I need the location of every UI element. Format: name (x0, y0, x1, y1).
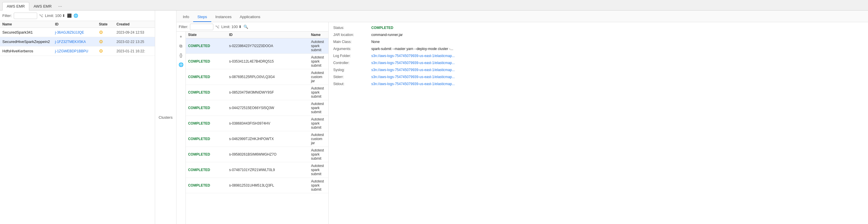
detail-controller-label: Controller: (333, 61, 371, 65)
detail-arguments-value: spark-submit --master yarn --deploy-mode… (371, 47, 863, 51)
step-name: Autotest spark submit (311, 102, 326, 114)
steps-limit-chevron: ⬍ (239, 25, 242, 29)
detail-arguments-label: Arguments: (333, 47, 371, 51)
limit-chevron: ⬍ (62, 13, 65, 18)
limit-select[interactable]: Limit: 100 ⬍ (45, 13, 65, 18)
steps-row[interactable]: COMPLETED s-07487101YZR21WWLT0L9 Autotes… (186, 162, 328, 178)
add-step-icon[interactable]: + (177, 33, 185, 40)
step-name: Autotest spark submit (311, 55, 326, 68)
tab-steps[interactable]: Steps (193, 12, 211, 22)
detail-status-row: Status: COMPLETED (333, 26, 863, 30)
cluster-created: 2023-09-24 12:53 (117, 30, 152, 34)
globe-step-icon[interactable]: 🌐 (177, 61, 185, 68)
steps-limit-select[interactable]: Limit: 100 ⬍ (221, 25, 242, 29)
detail-mainclass-value: None (371, 40, 863, 44)
col-name: Name (2, 22, 55, 26)
steps-col-id: ID (229, 33, 311, 37)
detail-arguments-row: Arguments: spark-submit --master yarn --… (333, 47, 863, 51)
steps-row[interactable]: COMPLETED s-044272515EO66YSI5Q3W Autotes… (186, 100, 328, 116)
detail-syslog-row: Syslog: s3n://aws-logs-754745079939-us-e… (333, 68, 863, 72)
step-status: COMPLETED (188, 75, 229, 79)
detail-status-label: Status: (333, 26, 371, 30)
steps-col-name: Name (311, 33, 326, 37)
step-status: COMPLETED (188, 44, 229, 48)
tab-more-icon[interactable]: ⋯ (56, 2, 64, 10)
tab-aws-emr-2[interactable]: AWS EMR (29, 2, 56, 10)
step-status: COMPLETED (188, 152, 229, 156)
cluster-row[interactable]: HdfsHiveKerberos j-1ZGWEBDP1BBPU ⚙ 2023-… (0, 46, 155, 56)
step-status: COMPLETED (188, 59, 229, 63)
detail-controller-row: Controller: s3n://aws-logs-754745079939-… (333, 61, 863, 65)
steps-table: State ID Name COMPLETED s-022386423Y7I22… (186, 32, 328, 224)
step-name: Autotest spark submit (311, 179, 326, 192)
steps-row[interactable]: COMPLETED s-03534112L4E7B4DRQ515 Autotes… (186, 54, 328, 69)
step-name: Autotest custom jar (311, 71, 326, 83)
tab-instances[interactable]: Instances (211, 12, 236, 22)
steps-filter-input[interactable] (190, 24, 213, 30)
step-status: COMPLETED (188, 137, 229, 141)
steps-table-wrap: + ⧉ {} 🌐 State ID Name COMPLETED (177, 32, 328, 224)
filter-input[interactable] (14, 12, 37, 19)
detail-controller-value[interactable]: s3n://aws-logs-754745079939-us-east-1/el… (371, 61, 489, 65)
step-id: s-08520475W3MNIDWY9SF (229, 90, 311, 94)
edit-step-icon[interactable]: {} (177, 52, 185, 59)
detail-logfolder-value[interactable]: s3n://aws-logs-754745079939-us-east-1/el… (371, 54, 489, 58)
steps-row[interactable]: COMPLETED s-08520475W3MNIDWY9SF Autotest… (186, 85, 328, 100)
detail-jar-row: JAR location: command-runner.jar (333, 33, 863, 37)
cluster-id: j-36AGJ8Z9JJJQE (55, 30, 99, 34)
details-panel: Status: COMPLETED JAR location: command-… (329, 22, 868, 224)
step-id: s-087695125RPLO0VLQ3G4 (229, 75, 311, 79)
steps-row[interactable]: COMPLETED s-0462999TJZHKJHPOWTX Autotest… (186, 131, 328, 147)
stop-icon[interactable]: ⬛ (67, 13, 72, 18)
cluster-name: SecuredHiveSparkZeppein2 (2, 39, 55, 44)
detail-mainclass-label: Main Class: (333, 40, 371, 44)
step-status: COMPLETED (188, 90, 229, 94)
limit-label: Limit: 100 (45, 13, 61, 18)
step-status: COMPLETED (188, 121, 229, 125)
filter-icon[interactable]: ⌥ (39, 13, 43, 18)
tab-aws-emr-1[interactable]: AWS EMR (2, 2, 29, 10)
steps-row[interactable]: COMPLETED s-038683443FISH3974HV Autotest… (186, 116, 328, 131)
clusters-link[interactable]: Clusters (155, 10, 177, 224)
steps-toolbar: Filter: ⌥ Limit: 100 ⬍ 🔍 (177, 22, 328, 32)
cluster-table: Name ID State Created SecuredSpark341 j-… (0, 21, 155, 224)
step-id: s-038683443FISH3974HV (229, 121, 311, 125)
left-panel: Filter: ⌥ Limit: 100 ⬍ ⬛ 🌐 Name ID State… (0, 10, 155, 224)
cluster-name: HdfsHiveKerberos (2, 49, 55, 53)
steps-row[interactable]: COMPLETED s-022386423Y7I22Z0DOOA Autotes… (186, 38, 328, 54)
main-content: Filter: ⌥ Limit: 100 ⬍ ⬛ 🌐 Name ID State… (0, 10, 868, 224)
detail-stderr-value[interactable]: s3n://aws-logs-754745079939-us-east-1/el… (371, 75, 489, 79)
cluster-name: SecuredSpark341 (2, 30, 55, 34)
cluster-row[interactable]: SecuredSpark341 j-36AGJ8Z9JJJQE ⚙ 2023-0… (0, 28, 155, 37)
step-name: Autotest spark submit (311, 117, 326, 130)
steps-row[interactable]: COMPLETED s-089812531UHM513LQ3FL Autotes… (186, 178, 328, 193)
detail-stdout-label: Stdout: (333, 82, 371, 86)
cluster-id: j-1FZ32TMEKX5KA (55, 40, 99, 44)
detail-mainclass-row: Main Class: None (333, 40, 863, 44)
tab-bar: AWS EMR AWS EMR ⋯ (0, 0, 868, 10)
cluster-state-icon: ⚙ (99, 30, 117, 35)
sidebar-icons: + ⧉ {} 🌐 (177, 32, 186, 224)
step-id: s-0462999TJZHKJHPOWTX (229, 137, 311, 141)
cluster-id: j-1ZGWEBDP1BBPU (55, 49, 99, 53)
cluster-created: 2023-02-22 13:25 (117, 40, 152, 44)
tab-applications[interactable]: Applications (236, 12, 264, 22)
cluster-row[interactable]: SecuredHiveSparkZeppein2 j-1FZ32TMEKX5KA… (0, 37, 155, 46)
detail-stderr-label: Stderr: (333, 75, 371, 79)
steps-row[interactable]: COMPLETED s-09580261BSIM6WMGHZ7O Autotes… (186, 147, 328, 162)
cluster-state-icon: ⚙ (99, 39, 117, 44)
step-name: Autotest spark submit (311, 148, 326, 161)
steps-filter-icon[interactable]: ⌥ (215, 25, 219, 29)
tab-info[interactable]: Info (179, 12, 193, 22)
right-tabs: Info Steps Instances Applications (177, 10, 868, 22)
step-name: Autotest spark submit (311, 164, 326, 176)
step-id: s-089812531UHM513LQ3FL (229, 183, 311, 187)
steps-search-icon[interactable]: 🔍 (244, 25, 248, 29)
detail-syslog-value[interactable]: s3n://aws-logs-754745079939-us-east-1/el… (371, 68, 489, 72)
steps-row[interactable]: COMPLETED s-087695125RPLO0VLQ3G4 Autotes… (186, 69, 328, 85)
copy-step-icon[interactable]: ⧉ (177, 42, 185, 50)
globe-icon[interactable]: 🌐 (73, 13, 78, 18)
cluster-created: 2023-01-21 16:22: (117, 49, 152, 53)
detail-stdout-value[interactable]: s3n://aws-logs-754745079939-us-east-1/el… (371, 82, 489, 86)
filter-label: Filter: (2, 13, 12, 18)
